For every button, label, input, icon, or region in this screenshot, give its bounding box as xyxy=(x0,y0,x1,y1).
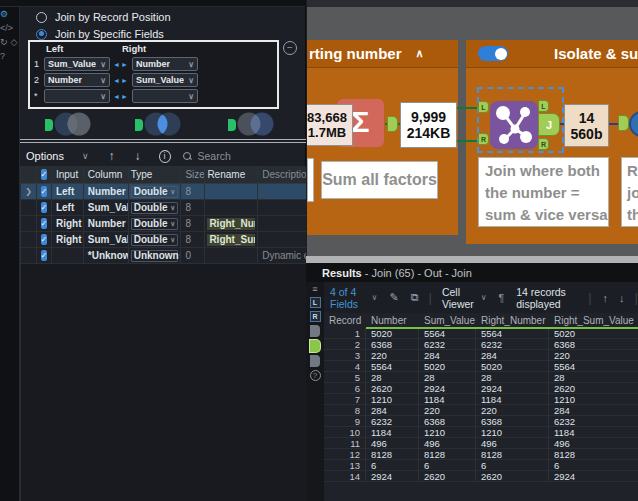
join-tool[interactable] xyxy=(490,101,538,149)
chevron-down-icon[interactable]: ∨ xyxy=(481,293,487,302)
row-expander[interactable] xyxy=(21,200,37,215)
fields-table-row[interactable]: ✓LeftSum_ValueDouble∨8 xyxy=(21,200,306,216)
refresh-icon[interactable]: ↻ xyxy=(0,37,8,47)
checkbox-checked-icon[interactable]: ✓ xyxy=(41,234,48,245)
output-L-anchor-icon[interactable] xyxy=(310,325,320,337)
container-header[interactable]: Isolate & su xyxy=(466,40,638,68)
rename-cell[interactable] xyxy=(205,200,258,215)
checkbox-checked-icon[interactable]: ✓ xyxy=(41,218,48,229)
radio-selected-icon[interactable] xyxy=(36,29,47,40)
fields-selector[interactable]: 4 of 4 Fields xyxy=(330,286,367,310)
help-icon[interactable]: ? xyxy=(310,370,321,381)
results-row[interactable]: 136666 xyxy=(324,460,638,471)
caption-join-description[interactable]: Join where both the number = sum & vice … xyxy=(478,157,609,227)
left-field-dropdown[interactable]: Number∨ xyxy=(44,73,110,87)
arrow-down-icon[interactable]: ↓ xyxy=(619,292,625,304)
results-row[interactable]: 15020556455645020 xyxy=(324,328,638,339)
rename-cell[interactable] xyxy=(205,184,258,199)
row-expander[interactable] xyxy=(21,232,37,247)
results-row[interactable]: 11496496496496 xyxy=(324,438,638,449)
output-J-anchor-icon-active[interactable] xyxy=(310,340,320,352)
export-icon[interactable]: ⧉ xyxy=(411,291,419,304)
row-expander[interactable]: ❯ xyxy=(21,184,37,199)
radio-join-by-specific-fields[interactable]: Join by Specific Fields xyxy=(36,27,164,41)
fields-table-row[interactable]: ❯✓LeftNumberDouble∨8 xyxy=(21,184,306,200)
right-field-dropdown[interactable]: ∨ xyxy=(132,89,198,103)
results-row[interactable]: 8284220220284 xyxy=(324,405,638,416)
results-row[interactable]: 96232636863686232 xyxy=(324,416,638,427)
annotation-summarize[interactable]: 83,668 1.7MB xyxy=(307,104,353,146)
checkbox-checked-icon[interactable]: ✓ xyxy=(41,169,48,180)
type-dropdown[interactable]: Double∨ xyxy=(131,202,179,214)
results-row[interactable]: 528282828 xyxy=(324,372,638,383)
rename-value[interactable]: Right_Sum_V... xyxy=(207,234,255,246)
results-row[interactable]: 26368623262326368 xyxy=(324,339,638,350)
code-icon[interactable]: </> xyxy=(0,23,13,33)
rename-cell[interactable]: Right_Sum_V... xyxy=(205,232,258,247)
panel-splitter[interactable] xyxy=(306,256,638,263)
search-input[interactable]: Search xyxy=(183,148,307,164)
gear-icon[interactable]: ⚙ xyxy=(0,9,8,19)
arrow-up-icon[interactable]: ↑ xyxy=(603,292,609,304)
checkbox-checked-icon[interactable]: ✓ xyxy=(41,186,48,197)
chevron-down-icon[interactable]: ∨ xyxy=(372,293,378,302)
fields-table-row[interactable]: ✓*UnknownUnknown∨0Dynamic o xyxy=(21,248,306,264)
results-row[interactable]: 71210118411841210 xyxy=(324,394,638,405)
paragraph-mark-icon[interactable]: ¶ xyxy=(499,292,505,304)
left-field-dropdown[interactable]: ∨ xyxy=(44,89,110,103)
results-row[interactable]: 142924262026202924 xyxy=(324,471,638,482)
input-R-metadata-tab[interactable]: R xyxy=(310,311,321,322)
remove-row-button[interactable]: − xyxy=(283,41,297,55)
fields-table-row[interactable]: ✓RightNumberDouble∨8Right_Number xyxy=(21,216,306,232)
results-row[interactable]: 45564502050205564 xyxy=(324,361,638,372)
input-L-metadata-tab[interactable]: L xyxy=(310,297,321,308)
type-dropdown[interactable]: Double∨ xyxy=(131,234,179,246)
checkbox-checked-icon[interactable]: ✓ xyxy=(41,250,48,261)
tag-icon[interactable]: ◇ xyxy=(11,37,18,47)
output-R-anchor-icon[interactable] xyxy=(310,355,320,367)
workflow-canvas[interactable]: rting number ∧ Isolate & su Σ 83,668 1.7… xyxy=(307,0,638,258)
rename-value[interactable]: Right_Number xyxy=(207,218,255,230)
rename-cell[interactable] xyxy=(205,248,258,263)
join-output-J-anchor[interactable]: J xyxy=(538,113,560,136)
join-input-L-anchor[interactable]: L xyxy=(478,101,489,113)
annotation-connection[interactable]: 9,999 214KB xyxy=(400,102,457,148)
row-expander[interactable] xyxy=(21,248,37,263)
checkbox-checked-icon[interactable]: ✓ xyxy=(41,202,48,213)
list-icon[interactable]: ≡ xyxy=(310,285,321,294)
join-output-R-anchor[interactable]: R xyxy=(538,138,549,150)
chevron-up-icon[interactable]: ∧ xyxy=(416,47,424,60)
info-icon[interactable]: i xyxy=(159,150,171,163)
help-icon[interactable]: ? xyxy=(0,51,5,61)
move-down-icon[interactable]: ↓ xyxy=(135,149,141,163)
move-up-icon[interactable]: ↑ xyxy=(109,149,115,163)
annotation-join-output[interactable]: 14 560b xyxy=(564,104,609,147)
right-field-dropdown[interactable]: Sum_Value∨ xyxy=(132,73,198,87)
edit-icon[interactable]: ✎ xyxy=(389,291,398,304)
type-dropdown[interactable]: Unknown∨ xyxy=(131,250,179,262)
chevron-down-icon[interactable]: ∨ xyxy=(82,151,89,161)
join-input-R-anchor[interactable]: R xyxy=(478,133,489,145)
fields-table-row[interactable]: ✓RightSum_ValueDouble∨8Right_Sum_V... xyxy=(21,232,306,248)
options-label[interactable]: Options xyxy=(26,150,64,162)
radio-circle-icon[interactable] xyxy=(36,12,47,23)
join-output-L-anchor[interactable]: L xyxy=(538,100,549,112)
browse-input-anchor-icon[interactable] xyxy=(618,115,629,131)
type-dropdown[interactable]: Double∨ xyxy=(131,218,179,230)
left-field-dropdown[interactable]: Sum_Value∨ xyxy=(44,57,110,71)
results-row[interactable]: 62620292429242620 xyxy=(324,383,638,394)
caption-sum-all-factors[interactable]: Sum all factors xyxy=(321,161,438,199)
cell-viewer-button[interactable]: Cell Viewer xyxy=(442,286,476,310)
row-expander[interactable] xyxy=(21,216,37,231)
radio-join-by-record-position[interactable]: Join by Record Position xyxy=(36,10,171,24)
caption-clipped-right[interactable]: Re joi the xyxy=(621,157,638,227)
results-row[interactable]: 101184121012101184 xyxy=(324,427,638,438)
right-field-dropdown[interactable]: Number∨ xyxy=(132,57,198,71)
results-row[interactable]: 3220284284220 xyxy=(324,350,638,361)
summarize-output-anchor-icon[interactable] xyxy=(387,116,398,132)
toggle-on-icon[interactable] xyxy=(478,46,508,61)
container-header[interactable]: rting number ∧ xyxy=(307,40,458,68)
type-dropdown[interactable]: Double∨ xyxy=(131,186,179,198)
rename-cell[interactable]: Right_Number xyxy=(205,216,258,231)
results-row[interactable]: 128128812881288128 xyxy=(324,449,638,460)
